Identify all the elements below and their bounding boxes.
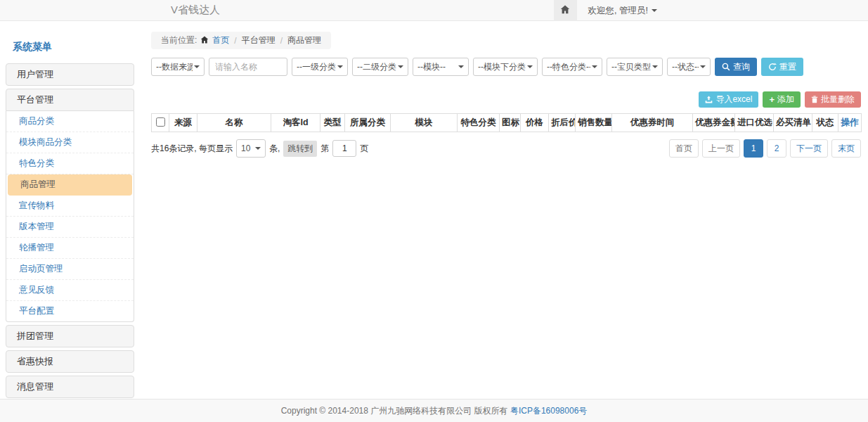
pagination-summary: 共16条记录, 每页显示 10 条, 跳转到 第 页: [151, 139, 368, 158]
page-button-2[interactable]: 2: [767, 139, 786, 158]
footer: Copyright © 2014-2018 广州九驰网络科技有限公司 版权所有 …: [0, 399, 868, 422]
sidebar-item[interactable]: 商品分类: [6, 111, 134, 132]
data-source-select[interactable]: --数据来源--: [151, 58, 205, 76]
select-all-checkbox[interactable]: [156, 117, 165, 127]
main-content: 当前位置: 首页 / 平台管理 / 商品管理 --数据来源----一级分类---…: [151, 21, 861, 158]
sidebar-group[interactable]: 消息管理: [6, 376, 134, 398]
sidebar-item[interactable]: 平台配置: [6, 301, 134, 321]
icp-link[interactable]: 粤ICP备16098006号: [510, 405, 587, 417]
page-button-首页[interactable]: 首页: [669, 139, 699, 158]
trash-icon: [811, 96, 818, 103]
refresh-icon: [768, 63, 777, 71]
module-subcategory-select[interactable]: --模块下分类--: [473, 58, 538, 76]
column-header: 状态: [812, 114, 838, 132]
page-number-input[interactable]: [332, 140, 356, 157]
page-button-1[interactable]: 1: [744, 139, 763, 158]
module-select[interactable]: --模块--: [413, 58, 469, 76]
sidebar-group[interactable]: 用户管理: [6, 63, 134, 86]
jump-button[interactable]: 跳转到: [283, 141, 317, 157]
sidebar-item[interactable]: 模块商品分类: [6, 132, 134, 153]
user-menu[interactable]: 欢迎您, 管理员!: [588, 5, 657, 17]
column-header: 淘客Id: [271, 114, 320, 132]
per-page-select[interactable]: 10: [236, 139, 266, 158]
home-icon: [560, 4, 570, 17]
sidebar-menu: 用户管理平台管理商品分类模块商品分类特色分类商品管理宣传物料版本管理轮播管理启动…: [6, 63, 134, 422]
plus-icon: +: [769, 94, 775, 105]
column-header: 优惠券金额: [693, 114, 735, 132]
name-input[interactable]: [209, 58, 287, 76]
home-icon: [200, 36, 209, 46]
column-header: 所属分类: [345, 114, 391, 132]
add-button[interactable]: + 添加: [763, 91, 801, 108]
column-header: 特色分类: [458, 114, 500, 132]
level1-category-select[interactable]: --一级分类--: [292, 58, 348, 76]
batch-delete-button[interactable]: 批量删除: [805, 91, 861, 108]
status-select[interactable]: --状态--: [667, 58, 711, 76]
page-button-末页[interactable]: 末页: [831, 139, 861, 158]
sidebar-group[interactable]: 省惠快报: [6, 350, 134, 373]
column-header: 销售数量: [576, 114, 612, 132]
filter-bar: --数据来源----一级分类----二级分类----模块----模块下分类---…: [151, 58, 861, 76]
column-header: 价格: [521, 114, 549, 132]
breadcrumb-item: 平台管理: [242, 34, 276, 46]
breadcrumb-home-link[interactable]: 首页: [212, 34, 229, 46]
caret-down-icon: [652, 9, 657, 12]
column-header: 类型: [320, 114, 345, 132]
breadcrumb-label: 当前位置:: [161, 34, 197, 46]
sidebar-submenu: 商品分类模块商品分类特色分类商品管理宣传物料版本管理轮播管理启动页管理意见反馈平…: [6, 111, 134, 322]
sidebar-item[interactable]: 宣传物料: [6, 196, 134, 217]
copyright-text: Copyright © 2014-2018 广州九驰网络科技有限公司 版权所有: [281, 405, 508, 417]
pagination-buttons: 首页上一页12下一页末页: [669, 139, 861, 158]
sidebar-item[interactable]: 启动页管理: [6, 259, 134, 280]
page: V省钱达人 欢迎您, 管理员! 系统菜单 用户管理平台管理商品分类模块商品分类特…: [0, 0, 868, 422]
sidebar-item[interactable]: 意见反馈: [6, 280, 134, 301]
app-title: V省钱达人: [171, 4, 220, 17]
table-header-row: 来源名称淘客Id类型所属分类模块特色分类图标价格折后价销售数量优惠券时间优惠券金…: [152, 114, 862, 132]
item-type-select[interactable]: --宝贝类型--: [607, 58, 663, 76]
topbar-right: 欢迎您, 管理员!: [554, 0, 657, 21]
home-button[interactable]: [554, 0, 577, 21]
products-table: 来源名称淘客Id类型所属分类模块特色分类图标价格折后价销售数量优惠券时间优惠券金…: [151, 113, 862, 132]
breadcrumb-item: 商品管理: [287, 34, 321, 46]
sidebar-title: 系统菜单: [6, 37, 134, 60]
sidebar-group[interactable]: 拼团管理: [6, 325, 134, 347]
column-header: 折后价: [549, 114, 576, 132]
pagination: 共16条记录, 每页显示 10 条, 跳转到 第 页 首页上一页12下一页末页: [151, 139, 861, 158]
topbar: V省钱达人 欢迎您, 管理员!: [0, 0, 868, 21]
import-icon: [705, 96, 713, 103]
column-header: 模块: [391, 114, 458, 132]
import-excel-button[interactable]: 导入excel: [699, 91, 758, 108]
search-icon: [722, 63, 730, 71]
column-header: 必买清单: [774, 114, 812, 132]
feature-category-select[interactable]: --特色分类--: [542, 58, 602, 76]
sidebar: 系统菜单 用户管理平台管理商品分类模块商品分类特色分类商品管理宣传物料版本管理轮…: [6, 37, 134, 422]
column-header: 名称: [197, 114, 271, 132]
column-header: 操作: [838, 114, 862, 132]
breadcrumb: 当前位置: 首页 / 平台管理 / 商品管理: [151, 32, 331, 49]
reset-button[interactable]: 重置: [761, 58, 803, 76]
page-button-下一页[interactable]: 下一页: [790, 139, 828, 158]
sidebar-item[interactable]: 轮播管理: [6, 238, 134, 259]
column-header: 优惠券时间: [612, 114, 693, 132]
level2-category-select[interactable]: --二级分类--: [352, 58, 408, 76]
sidebar-item[interactable]: 版本管理: [6, 217, 134, 238]
sidebar-group[interactable]: 平台管理: [6, 89, 134, 111]
column-header: 来源: [169, 114, 197, 132]
search-button[interactable]: 查询: [715, 58, 757, 76]
sidebar-item-active[interactable]: 商品管理: [8, 174, 132, 196]
page-button-上一页[interactable]: 上一页: [702, 139, 740, 158]
column-header: 图标: [500, 114, 521, 132]
action-bar: 导入excel + 添加 批量删除: [151, 91, 861, 108]
welcome-text: 欢迎您, 管理员!: [588, 5, 648, 17]
sidebar-item[interactable]: 特色分类: [6, 153, 134, 174]
column-header: 进口优选: [735, 114, 774, 132]
